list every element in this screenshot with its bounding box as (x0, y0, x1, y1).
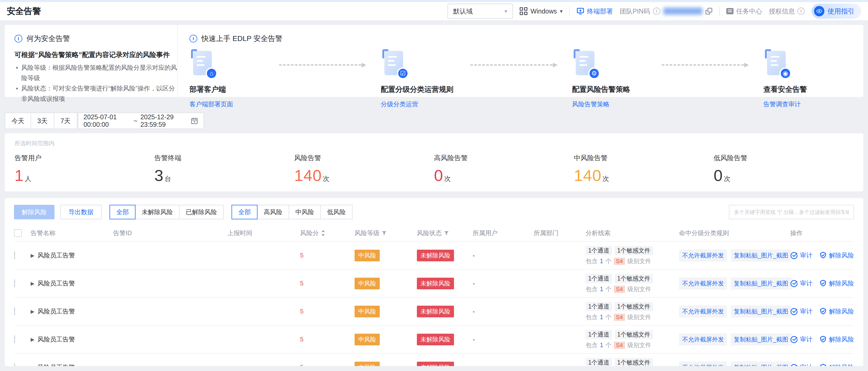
step-link[interactable]: 分级分类运营 (381, 100, 418, 108)
alert-name: 风险员工告警 (38, 251, 75, 260)
expand-row-icon[interactable]: ▶ (31, 308, 34, 314)
remove-risk-link[interactable]: 解除风险 (819, 363, 854, 366)
level-tab-1[interactable]: 高风险 (257, 205, 289, 219)
operations-cell: 审计 解除风险 (783, 363, 854, 366)
filter-icon[interactable] (381, 231, 387, 236)
clue-chip: 1个敏感文件 (615, 358, 653, 366)
step-link[interactable]: 告警调查审计 (764, 100, 801, 108)
step-link[interactable]: 风险告警策略 (572, 100, 610, 108)
license-info-link[interactable]: 授权信息 i (769, 7, 805, 15)
task-center-link[interactable]: 任务中心 (726, 7, 762, 15)
status-tab-1[interactable]: 未解除风险 (135, 205, 180, 219)
row-checkbox[interactable] (14, 279, 15, 287)
date-range-input[interactable]: 2025-07-01 00:00:00 ~ 2025-12-29 23:59:5… (78, 112, 204, 129)
shield-check-icon (819, 251, 827, 259)
alert-name-cell[interactable]: ▶ 风险员工告警 (31, 251, 113, 260)
chevron-down-icon: ▾ (505, 8, 507, 14)
status-tab-0[interactable]: 全部 (110, 205, 135, 219)
row-checkbox[interactable] (14, 363, 15, 366)
rule-tag[interactable]: 不允许截屏外发 (679, 249, 727, 262)
os-switcher[interactable]: Windows ▾ (520, 7, 562, 15)
stat-value: 140次 (294, 166, 434, 184)
remove-risk-link[interactable]: 解除风险 (819, 335, 854, 343)
quick-step: ◉ 查看安全告警 告警调查审计 (764, 51, 853, 108)
rule-tag[interactable]: 复制粘贴_图片_截图 (731, 362, 792, 366)
rule-tag[interactable]: 不允许截屏外发 (679, 333, 727, 346)
task-center-label: 任务中心 (736, 7, 762, 15)
select-all-checkbox[interactable] (14, 229, 22, 237)
rule-tag[interactable]: 不允许截屏外发 (679, 362, 727, 366)
alert-name-cell[interactable]: ▶ 风险员工告警 (31, 279, 113, 288)
info-icon[interactable]: i (653, 7, 660, 15)
row-checkbox[interactable] (14, 335, 15, 343)
search-input[interactable] (729, 205, 854, 219)
col-risk-status: 风险状态 (417, 229, 442, 237)
copy-icon[interactable] (706, 8, 712, 14)
status-tab-2[interactable]: 已解除风险 (179, 205, 224, 219)
usage-guide-label: 使用指引 (828, 7, 855, 16)
export-data-button[interactable]: 导出数据 (60, 205, 102, 219)
rule-tag[interactable]: 不允许截屏外发 (679, 277, 727, 290)
audit-link[interactable]: 审计 (790, 307, 812, 315)
alert-name-cell[interactable]: ▶ 风险员工告警 (31, 307, 113, 315)
audit-link[interactable]: 审计 (790, 251, 812, 260)
step-link[interactable]: 客户端部署页面 (189, 100, 233, 108)
time-preset-0[interactable]: 今天 (5, 112, 31, 129)
expand-row-icon[interactable]: ▶ (31, 337, 34, 342)
what-is-panel: i 何为安全告警 可根据“风险告警策略”配置内容记录对应的风险事件 风险等级：根… (5, 25, 177, 97)
rule-tag[interactable]: 复制粘贴_图片_截图 (731, 249, 792, 262)
remove-risk-button[interactable]: 解除风险 (14, 205, 55, 219)
calendar-icon[interactable] (190, 117, 198, 125)
remove-risk-link[interactable]: 解除风险 (819, 279, 854, 288)
alert-name-cell[interactable]: ▶ 风险员工告警 (31, 363, 113, 366)
remove-risk-link[interactable]: 解除风险 (819, 307, 854, 315)
remove-risk-label: 解除风险 (829, 251, 854, 260)
usage-guide-button[interactable]: 使用指引 (811, 4, 861, 19)
audit-label: 审计 (800, 279, 812, 288)
rule-tag[interactable]: 复制粘贴_图片_截图 (731, 305, 792, 317)
alert-name-cell[interactable]: ▶ 风险员工告警 (31, 335, 113, 343)
domain-select[interactable]: 默认域 ▾ (447, 4, 513, 19)
audit-link[interactable]: 审计 (790, 363, 812, 366)
audit-link[interactable]: 审计 (790, 335, 812, 343)
clue-detail-line: 包含 1 个 S4 级别文件 (586, 342, 674, 349)
sort-icon[interactable] (321, 230, 326, 236)
expand-row-icon[interactable]: ▶ (31, 252, 34, 259)
window-top-edge (0, 0, 868, 2)
alerts-table-card: 解除风险 导出数据 全部未解除风险已解除风险 全部高风险中风险低风险 告警名称 … (5, 198, 863, 366)
audit-link[interactable]: 审计 (790, 279, 812, 288)
time-preset-1[interactable]: 3天 (31, 112, 54, 129)
expand-row-icon[interactable]: ▶ (31, 365, 34, 366)
alert-name: 风险员工告警 (38, 279, 75, 288)
stat-value: 140次 (574, 166, 714, 184)
clue-chip: 1个敏感文件 (615, 274, 653, 283)
stat-value: 3台 (154, 166, 294, 184)
level-tab-0[interactable]: 全部 (231, 205, 257, 219)
rule-tag[interactable]: 复制粘贴_图片_截图 (731, 333, 792, 346)
remove-risk-link[interactable]: 解除风险 (819, 251, 854, 260)
circle-check-icon (790, 307, 798, 315)
row-checkbox[interactable] (14, 251, 15, 259)
terminal-deploy-link[interactable]: 终端部署 (577, 7, 613, 15)
clue-count: 1 (600, 258, 603, 264)
clue-detail-line: 包含 1 个 S4 级别文件 (586, 286, 674, 293)
step-illustration-icon: ☑ (381, 51, 409, 80)
quick-start-header: i 快速上手 EDLP 安全告警 (189, 34, 853, 43)
row-checkbox[interactable] (14, 307, 15, 315)
stat-label: 告警用户 (14, 154, 154, 163)
stats-row: 告警用户1人告警终端3台风险告警140次高风险告警0次中风险告警140次低风险告… (14, 154, 854, 184)
level-tab-2[interactable]: 中风险 (289, 205, 321, 219)
risk-status-badge: 未解除风险 (417, 278, 454, 289)
time-preset-2[interactable]: 7天 (54, 112, 78, 129)
audit-label: 审计 (800, 307, 812, 315)
level-filter-group: 全部高风险中风险低风险 (231, 205, 352, 219)
level-tab-3[interactable]: 低风险 (320, 205, 352, 219)
expand-row-icon[interactable]: ▶ (31, 280, 34, 286)
stat-unit: 人 (25, 175, 31, 182)
table-header-row: 告警名称 告警ID 上报时间 风险分 风险等级 风险状态 所属用户 所属部门 分… (14, 225, 854, 242)
filter-icon[interactable] (444, 231, 449, 236)
rule-tag[interactable]: 复制粘贴_图片_截图 (731, 277, 792, 290)
owner-user: - (473, 364, 534, 366)
analysis-clues-cell: 1个通道1个敏感文件 包含 1 个 S4 级别文件 (586, 246, 674, 265)
rule-tag[interactable]: 不允许截屏外发 (679, 305, 727, 317)
